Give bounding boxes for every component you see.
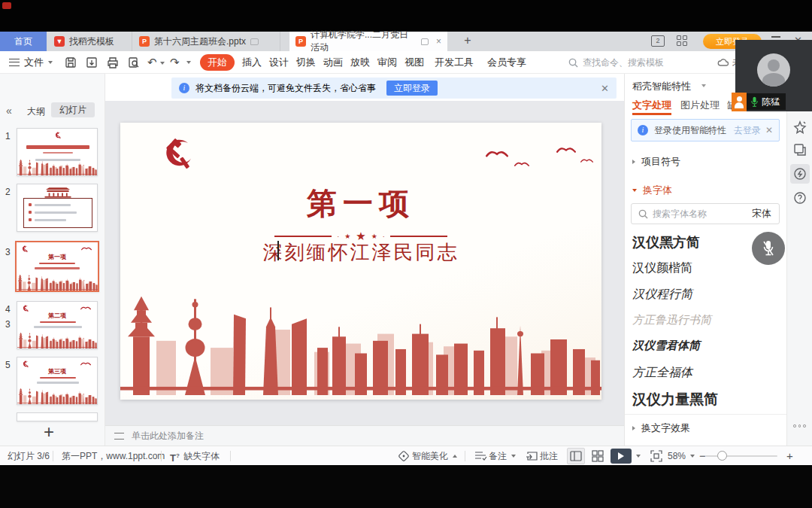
sparkle-star-icon[interactable] <box>793 120 807 134</box>
zoom-slider-track[interactable] <box>705 455 777 457</box>
ribbon-menubar: 文件 ↶ ↷ 开始 插入 设计 切换 动画 放映 审阅 视图 开发工具 会员专享 <box>0 51 812 74</box>
zoom-level[interactable]: 58% <box>668 446 686 466</box>
font-option[interactable]: 方正全福体 <box>632 365 692 381</box>
section-bullets[interactable]: 项目符号 <box>632 155 680 169</box>
slide-thumbnail-2[interactable] <box>17 184 98 232</box>
font-search-box[interactable]: 宋体 <box>631 203 780 224</box>
slide-thumbnail-3-selected[interactable]: 第一项 <box>15 241 99 292</box>
menu-tab-design[interactable]: 设计 <box>269 51 289 74</box>
zoom-caret-icon[interactable] <box>690 455 695 458</box>
print-icon[interactable] <box>107 56 119 68</box>
slide-canvas[interactable]: 第一项 ·★★★· 深刻缅怀江泽民同志 <box>120 123 601 400</box>
more-options-icon[interactable] <box>793 424 806 427</box>
mic-icon <box>762 240 774 257</box>
beautify-caret-icon[interactable] <box>453 455 457 458</box>
close-tab-icon[interactable]: × <box>436 36 441 47</box>
font-option[interactable]: 汉仪力量黑简 <box>632 390 718 409</box>
menu-tab-transition[interactable]: 切换 <box>296 51 316 74</box>
menu-tab-devtools[interactable]: 开发工具 <box>435 51 474 74</box>
skyline-art <box>17 330 97 348</box>
participant-badge-icon <box>732 93 747 111</box>
mic-muted-button[interactable] <box>752 232 785 265</box>
windows-icon[interactable] <box>793 143 807 157</box>
collapse-panel-icon[interactable]: « <box>6 105 12 117</box>
slide-number: 1 <box>5 131 11 141</box>
minimize-icon[interactable] <box>771 36 780 38</box>
font-option[interactable]: 方正鲁迅行书简 <box>632 313 711 327</box>
panel-caret-icon[interactable] <box>701 84 706 87</box>
play-slideshow-button[interactable] <box>611 449 632 464</box>
missing-font-button[interactable]: 缺失字体 <box>183 446 220 466</box>
save-icon[interactable] <box>65 56 77 68</box>
workspace-grid-icon[interactable] <box>677 35 689 47</box>
fit-window-icon[interactable] <box>650 449 663 463</box>
file-menu[interactable]: 文件 <box>24 51 44 74</box>
normal-view-icon[interactable] <box>569 449 583 463</box>
tab-class-meeting-pptx[interactable]: P 第十六周主题班会.pptx <box>133 32 280 51</box>
smart-beautify-button[interactable]: 智能美化 <box>412 446 448 466</box>
party-emblem-icon <box>159 137 194 172</box>
slide-thumbnail-6-partial[interactable] <box>17 412 98 421</box>
slide-thumbnail-4[interactable]: 第二项 <box>17 301 98 349</box>
help-icon[interactable] <box>793 191 807 205</box>
section-change-font[interactable]: 换字体 <box>632 184 672 197</box>
menu-tab-insert[interactable]: 插入 <box>242 51 262 74</box>
tab-outline[interactable]: 大纲 <box>27 105 45 118</box>
tab-docer-templates[interactable]: ▼ 找稻壳模板 <box>48 32 132 51</box>
hamburger-menu-icon[interactable] <box>9 59 20 66</box>
notes-caret-icon[interactable] <box>511 455 516 458</box>
slide-subtitle[interactable]: 深刻缅怀江泽民同志 <box>120 239 601 266</box>
section-text-effects[interactable]: 换文字效果 <box>632 421 690 435</box>
menu-tab-home-active[interactable]: 开始 <box>200 54 235 71</box>
comment-button[interactable]: 批注 <box>540 446 558 466</box>
party-emblem-icon <box>21 245 29 253</box>
expand-icon <box>632 160 635 164</box>
menu-tab-view[interactable]: 视图 <box>404 51 424 74</box>
bird-icon <box>486 148 508 158</box>
font-option[interactable]: 汉仪黑方简 <box>632 233 700 251</box>
slide-sorter-icon[interactable] <box>591 449 604 463</box>
font-option[interactable]: 汉仪程行简 <box>632 287 692 303</box>
tab-party-activity-active[interactable]: P 计算机学院学...二月党日活动 × <box>289 32 447 51</box>
font-search-input[interactable] <box>653 208 734 219</box>
slide-thumbnail-5[interactable]: 第三项 <box>17 357 98 405</box>
menu-tab-membership[interactable]: 会员专享 <box>487 51 526 74</box>
menu-tab-review[interactable]: 审阅 <box>377 51 397 74</box>
slide-counter: 幻灯片 3/6 <box>8 446 50 466</box>
tab-slides-active[interactable]: 幻灯片 <box>51 102 95 117</box>
undo-icon[interactable]: ↶ <box>147 51 157 74</box>
add-slide-button[interactable]: + <box>44 421 54 443</box>
print-preview-icon[interactable] <box>128 56 140 68</box>
command-search[interactable] <box>568 55 711 70</box>
play-caret-icon[interactable] <box>636 455 641 458</box>
new-tab-button[interactable]: + <box>460 33 475 48</box>
window-switch-icon[interactable]: 2 <box>651 35 665 47</box>
slide-title[interactable]: 第一项 <box>120 183 601 224</box>
output-icon[interactable] <box>86 56 98 68</box>
notification-login-button[interactable]: 立即登录 <box>386 81 438 96</box>
file-caret-icon[interactable] <box>48 61 53 64</box>
dismiss-notice-icon[interactable]: ✕ <box>765 125 773 135</box>
tab-home[interactable]: 首页 <box>0 32 47 51</box>
notes-button[interactable]: 备注 <box>489 446 507 466</box>
menu-tab-animation[interactable]: 动画 <box>323 51 343 74</box>
tab-image-processing[interactable]: 图片处理 <box>680 99 720 112</box>
zoom-slider-knob[interactable] <box>717 451 727 461</box>
zoom-in-button[interactable]: + <box>786 446 793 466</box>
slide-thumbnail-1[interactable] <box>17 128 98 176</box>
redo-icon[interactable]: ↷ <box>170 51 180 74</box>
current-font-dropdown[interactable]: 宋体 <box>752 207 771 221</box>
party-emblem-icon <box>54 132 62 139</box>
tab-text-processing[interactable]: 文字处理 <box>632 99 671 112</box>
command-search-input[interactable] <box>583 57 688 68</box>
ribbon-collapse-caret-icon[interactable] <box>186 61 191 64</box>
go-login-link[interactable]: 去登录 <box>734 124 761 137</box>
undo-caret-icon[interactable] <box>160 62 165 65</box>
font-option[interactable]: 汉仪雪君体简 <box>632 339 700 353</box>
notes-bar[interactable]: 单击此处添加备注 <box>105 425 624 446</box>
font-option[interactable]: 汉仪颜楷简 <box>632 260 692 276</box>
smart-feature-icon[interactable] <box>793 167 807 181</box>
dismiss-notification-icon[interactable]: ✕ <box>601 83 609 94</box>
avatar <box>757 53 790 87</box>
menu-tab-slideshow[interactable]: 放映 <box>350 51 370 74</box>
